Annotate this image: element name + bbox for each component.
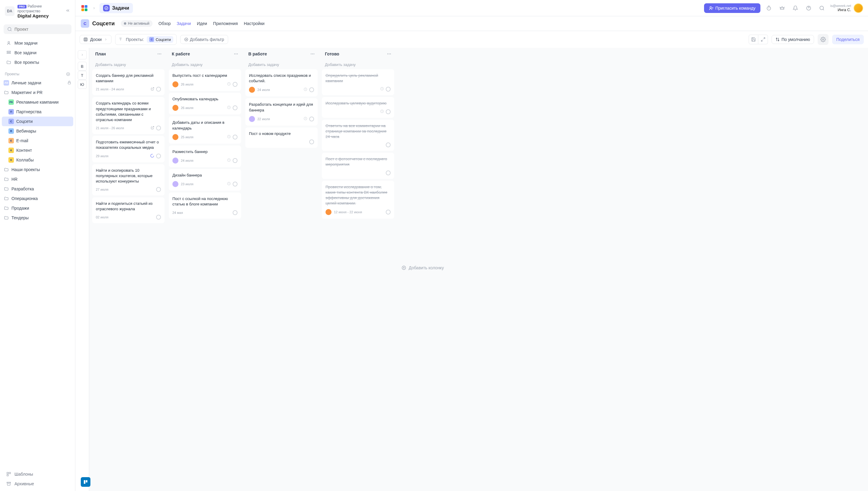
filter-tag[interactable]: С Соцсети (147, 36, 173, 43)
expand-icon[interactable] (758, 35, 768, 44)
project-item[interactable]: ППартнерства (0, 107, 75, 117)
task-card[interactable]: Найти и поделиться статьей из отраслевог… (92, 197, 165, 223)
tab-настройки[interactable]: Настройки (244, 20, 264, 27)
status-circle-icon[interactable] (386, 87, 391, 92)
project-folder[interactable]: HR (0, 174, 75, 184)
task-card[interactable]: Разместить баннер 24 июля (169, 145, 241, 167)
task-card[interactable]: Добавить даты и описания в календарь 25 … (169, 116, 241, 143)
task-card[interactable]: Исследовать целевую аудиторию (322, 97, 394, 117)
add-task-input[interactable]: Добавить задачу (321, 60, 395, 69)
collapse-sidebar-icon[interactable] (65, 8, 70, 14)
project-item[interactable]: ССоцсети (2, 117, 73, 126)
add-column-button[interactable]: Добавить колонку (397, 48, 457, 487)
view-boards-button[interactable]: Доски (80, 35, 112, 44)
timer-icon[interactable] (764, 3, 774, 13)
project-item[interactable]: ККонтент (0, 145, 75, 155)
task-card[interactable]: Провести исследование о том, какие типы … (322, 181, 394, 219)
project-search[interactable] (4, 24, 72, 34)
nav-all-projects[interactable]: Все проекты (2, 58, 73, 67)
project-folder[interactable]: Продажи (0, 203, 75, 213)
nav-all-tasks[interactable]: Все задачи (2, 48, 73, 58)
user-menu[interactable]: is@weeek.net Инга С. (830, 3, 863, 13)
project-item[interactable]: ККоллабы (0, 155, 75, 165)
share-button[interactable]: Поделиться (832, 35, 864, 44)
project-folder[interactable]: Тендеры (0, 213, 75, 223)
project-folder[interactable]: Операционка (0, 194, 75, 203)
task-card[interactable]: Пост о новом продукте (245, 127, 318, 148)
status-circle-icon[interactable] (386, 210, 391, 214)
tab-идеи[interactable]: Идеи (197, 20, 207, 27)
task-card[interactable]: Выпустить пост с календарем 26 июля (169, 69, 241, 91)
task-card[interactable]: Дизайн баннера 23 июля (169, 169, 241, 191)
task-card[interactable]: Пост с ссылкой на последнюю статью в бло… (169, 193, 241, 219)
status-circle-icon[interactable] (386, 143, 391, 147)
status-circle-icon[interactable] (156, 87, 161, 92)
bell-icon[interactable] (790, 3, 800, 13)
board-settings-icon[interactable] (818, 34, 829, 45)
status-circle-icon[interactable] (309, 140, 314, 144)
task-card[interactable]: Исследовать список праздников и событий.… (245, 69, 318, 96)
column-more-icon[interactable]: ⋯ (310, 52, 315, 56)
status-circle-icon[interactable] (156, 215, 161, 220)
tab-обзор[interactable]: Обзор (159, 20, 171, 27)
project-item[interactable]: ВВебинары (0, 126, 75, 136)
crown-icon[interactable] (777, 3, 787, 13)
task-card[interactable]: Создать баннер для рекламной кампании 21… (92, 69, 165, 95)
breadcrumb-tasks[interactable]: Задачи (100, 3, 133, 13)
rail-expand-icon[interactable] (78, 50, 87, 59)
add-task-input[interactable]: Добавить задачу (168, 60, 242, 69)
column-more-icon[interactable]: ⋯ (157, 52, 162, 56)
tab-приложения[interactable]: Приложения (213, 20, 238, 27)
project-item[interactable]: Маркетинг и PR (0, 88, 75, 97)
status-circle-icon[interactable] (233, 210, 237, 215)
task-card[interactable]: Ответить на все комментарии на странице … (322, 120, 394, 151)
sort-button[interactable]: По умолчанию (772, 35, 814, 44)
search-topbar-icon[interactable] (817, 3, 827, 13)
workspace-header[interactable]: DA PRO Рабочее пространство Digital Agen… (0, 0, 75, 22)
rail-filter-button[interactable]: Т (78, 71, 87, 80)
project-status[interactable]: Не активный (121, 20, 152, 27)
project-item[interactable]: EE-mail (0, 136, 75, 145)
filter-icon[interactable] (118, 37, 123, 41)
add-task-input[interactable]: Добавить задачу (91, 60, 166, 69)
status-circle-icon[interactable] (156, 154, 161, 158)
task-card[interactable]: Подготовить ежемесячный отчет о показате… (92, 136, 165, 162)
task-card[interactable]: Пост с фотоотчетом с последнего мероприя… (322, 153, 394, 179)
task-card[interactable]: Разработать концепции и идей для баннера… (245, 98, 318, 125)
app-switcher-icon[interactable] (80, 4, 89, 12)
project-search-input[interactable] (15, 27, 68, 32)
invite-team-button[interactable]: Пригласить команду (704, 3, 760, 13)
trello-import-icon[interactable] (81, 477, 90, 487)
status-circle-icon[interactable] (156, 125, 161, 131)
project-item[interactable]: РКРекламные кампании (0, 97, 75, 107)
column-more-icon[interactable]: ⋯ (387, 52, 391, 56)
save-view-icon[interactable] (749, 35, 758, 44)
column-more-icon[interactable]: ⋯ (234, 52, 238, 56)
nav-my-tasks[interactable]: Мои задачи (2, 38, 73, 48)
add-filter-button[interactable]: Добавить фильтр (180, 35, 228, 44)
status-circle-icon[interactable] (233, 182, 237, 186)
status-circle-icon[interactable] (156, 187, 161, 192)
status-circle-icon[interactable] (386, 109, 391, 114)
help-icon[interactable] (804, 3, 813, 13)
status-circle-icon[interactable] (233, 158, 237, 163)
add-task-input[interactable]: Добавить задачу (244, 60, 319, 69)
rail-filter-button[interactable]: Ю (78, 80, 87, 89)
project-item[interactable]: ЛЗЛичные задачи (0, 78, 75, 88)
tab-задачи[interactable]: Задачи (177, 20, 191, 27)
add-project-icon[interactable] (66, 72, 70, 76)
task-card[interactable]: Опубликовать календарь 26 июля (169, 93, 241, 114)
task-card[interactable]: Создать календарь со всеми предстоящими … (92, 97, 165, 134)
status-circle-icon[interactable] (233, 106, 237, 110)
project-folder[interactable]: Разработка (0, 184, 75, 194)
task-card[interactable]: Определить цель рекламной кампании (322, 69, 394, 95)
status-circle-icon[interactable] (233, 135, 237, 140)
nav-archive[interactable]: Архивные (2, 479, 73, 489)
project-folder[interactable]: Наши проекты (0, 165, 75, 174)
status-circle-icon[interactable] (309, 117, 314, 121)
nav-templates[interactable]: Шаблоны (2, 469, 73, 479)
rail-filter-button[interactable]: В (78, 62, 87, 71)
task-card[interactable]: Найти и скопировать 10 популярных хэштег… (92, 164, 165, 196)
status-circle-icon[interactable] (233, 82, 237, 87)
status-circle-icon[interactable] (386, 171, 391, 175)
